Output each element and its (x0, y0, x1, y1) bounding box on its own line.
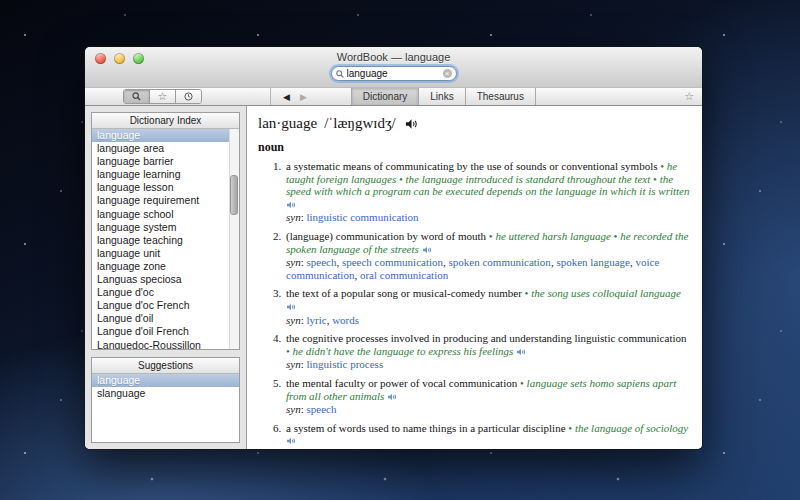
synonym-label: syn (286, 256, 301, 268)
synonym-link[interactable]: lyric (306, 314, 326, 326)
zoom-button[interactable] (133, 53, 144, 64)
definition-list: a systematic means of communicating by t… (258, 160, 690, 449)
search-icon (336, 70, 344, 78)
list-item[interactable]: Langue d'oil French (92, 325, 239, 338)
definition-item: the mental faculty or power of vocal com… (284, 377, 690, 416)
list-item[interactable]: language lesson (92, 181, 239, 194)
synonym-link[interactable]: nomenclature (365, 448, 425, 449)
example-audio-icon[interactable] (286, 199, 296, 212)
bookmark-star-icon[interactable]: ☆ (684, 88, 694, 105)
magnifier-icon (132, 92, 141, 101)
synonym-link[interactable]: linguistic process (306, 358, 383, 370)
definition-text: a systematic means of communicating by t… (286, 160, 658, 172)
headword: lan·guage (258, 115, 317, 132)
list-item[interactable]: slanguage (92, 387, 239, 400)
example-bullet: • (614, 230, 618, 242)
definition-text: (language) communication by word of mout… (286, 230, 486, 242)
synonym-link[interactable]: speech communication (342, 256, 443, 268)
tab-bar: DictionaryLinksThesaurus (351, 88, 536, 105)
list-item[interactable]: Langue d'oil (92, 312, 239, 325)
history-nav: ◀ ▶ (270, 88, 307, 105)
example-bullet: • (520, 377, 524, 389)
search-mode-button[interactable] (124, 90, 150, 103)
example-audio-icon[interactable] (422, 244, 432, 257)
list-item[interactable]: language teaching (92, 234, 239, 247)
list-item[interactable]: language area (92, 142, 239, 155)
list-item[interactable]: language school (92, 208, 239, 221)
example-bullet: • (568, 422, 572, 434)
example-bullet: • (660, 160, 664, 172)
clear-search-icon[interactable]: × (443, 69, 452, 78)
toolbar-spacer (536, 88, 684, 105)
list-item[interactable]: language unit (92, 247, 239, 260)
list-item[interactable]: language zone (92, 260, 239, 273)
synonym-link[interactable]: oral communication (360, 269, 448, 281)
pronunciation: /ˈlæŋgwɪdʒ/ (324, 115, 396, 132)
headword-line: lan·guage /ˈlæŋgwɪdʒ/ (258, 115, 690, 132)
synonym-link[interactable]: spoken communication (449, 256, 551, 268)
synonym-link[interactable]: linguistic communication (306, 211, 418, 223)
search-input[interactable] (347, 68, 440, 79)
window-chrome: WordBook — language × (85, 47, 702, 87)
list-item[interactable]: Languas speciosa (92, 273, 239, 286)
definition-item: the cognitive processes involved in prod… (284, 332, 690, 371)
list-item[interactable]: language (92, 129, 239, 142)
example-text: he uttered harsh language (495, 230, 610, 242)
sidebar: Dictionary Index languagelanguage areala… (85, 106, 247, 449)
example-audio-icon[interactable] (387, 391, 397, 404)
dictionary-index-list[interactable]: languagelanguage arealanguage barrierlan… (92, 129, 239, 349)
synonym-link[interactable]: speech (306, 403, 336, 415)
window-body: Dictionary Index languagelanguage areala… (85, 106, 702, 449)
dictionary-index-panel: Dictionary Index languagelanguage areala… (91, 112, 240, 350)
tab-dictionary[interactable]: Dictionary (351, 88, 418, 105)
list-item[interactable]: Languedoc-Roussillon (92, 339, 239, 350)
index-scrollbar[interactable] (229, 129, 239, 349)
view-mode-segmented-control: ☆ (123, 89, 202, 104)
example-audio-icon[interactable] (516, 346, 526, 359)
forward-button[interactable]: ▶ (300, 92, 307, 102)
list-item[interactable]: language requirement (92, 194, 239, 207)
list-item[interactable]: language learning (92, 168, 239, 181)
list-item[interactable]: Langue d'oc French (92, 299, 239, 312)
synonym-link[interactable]: spoken language (556, 256, 630, 268)
suggestions-list[interactable]: languageslanguage (92, 374, 239, 442)
back-button[interactable]: ◀ (283, 92, 290, 102)
history-mode-button[interactable] (176, 90, 201, 103)
synonym-link[interactable]: speech (306, 256, 336, 268)
example-audio-icon[interactable] (286, 301, 296, 314)
entry-pane: lan·guage /ˈlæŋgwɪdʒ/ noun a systematic … (247, 106, 702, 449)
list-item[interactable]: Langue d'oc (92, 286, 239, 299)
pronounce-speaker-icon[interactable] (405, 118, 418, 130)
list-item[interactable]: language barrier (92, 155, 239, 168)
example-text: the language introduced is standard thro… (406, 173, 651, 185)
suggestions-header: Suggestions (92, 358, 239, 374)
clock-icon (184, 92, 193, 101)
example-bullet: • (653, 173, 657, 185)
list-item[interactable]: language system (92, 221, 239, 234)
example-text: the language of sociology (575, 422, 688, 434)
tab-links[interactable]: Links (418, 88, 464, 105)
synonym-link[interactable]: words (332, 314, 359, 326)
example-bullet: • (525, 287, 529, 299)
search-row: × (85, 65, 702, 82)
minimize-button[interactable] (114, 53, 125, 64)
example-bullet: • (286, 345, 290, 357)
example-text: the song uses colloquial language (531, 287, 681, 299)
definition-text: the mental faculty or power of vocal com… (286, 377, 517, 389)
definition-text: the text of a popular song or musical-co… (286, 287, 522, 299)
example-audio-icon[interactable] (286, 435, 296, 448)
window-title: WordBook — language (85, 50, 702, 65)
definition-item: the text of a popular song or musical-co… (284, 287, 690, 326)
index-scrollbar-thumb[interactable] (230, 175, 238, 215)
synonym-label: syn (286, 314, 301, 326)
favorites-mode-button[interactable]: ☆ (150, 90, 176, 103)
close-button[interactable] (95, 53, 106, 64)
list-item[interactable]: language (92, 374, 239, 387)
toolbar: ☆ ◀ ▶ DictionaryLinksThesaurus ☆ (85, 87, 702, 106)
search-field[interactable]: × (331, 66, 457, 81)
tab-thesaurus[interactable]: Thesaurus (465, 88, 536, 105)
definition-text: the cognitive processes involved in prod… (286, 332, 687, 344)
synonym-link[interactable]: terminology (306, 448, 359, 449)
wordbook-window: WordBook — language × ☆ (85, 47, 702, 449)
example-text: he didn't have the language to express h… (293, 345, 514, 357)
